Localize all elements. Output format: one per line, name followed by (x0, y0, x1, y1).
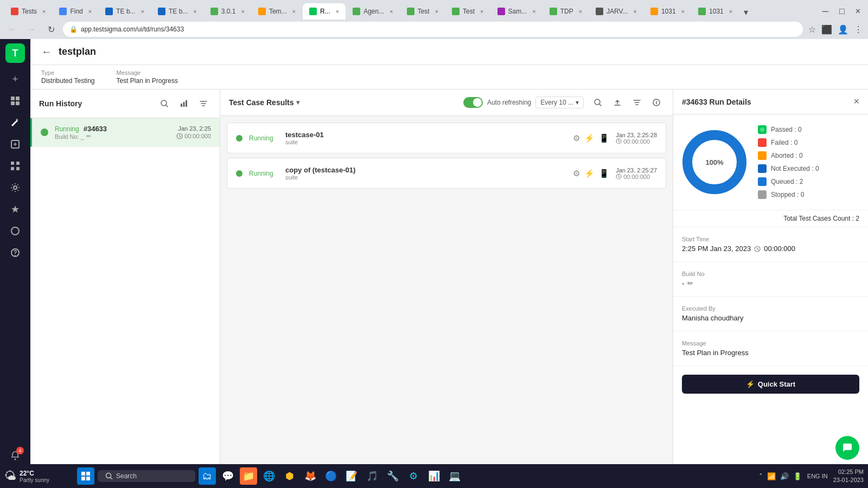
svg-rect-15 (181, 104, 182, 107)
sidebar-dashboard[interactable] (5, 91, 25, 111)
tab-tem[interactable]: Tem... × (252, 3, 302, 20)
edit-build-icon[interactable]: ✏ (86, 133, 91, 140)
tab-jarvis[interactable]: JARV... × (589, 3, 643, 20)
tab-1031b[interactable]: 1031 × (692, 3, 739, 20)
language-indicator[interactable]: ENG IN (807, 473, 828, 479)
sidebar-star[interactable] (5, 200, 25, 219)
sidebar-package[interactable] (5, 134, 25, 154)
run-history-chart-button[interactable] (176, 96, 192, 111)
run-item[interactable]: Running #34633 Build No: _ ✏ Jan 23, 2:2… (30, 118, 220, 147)
network-icon[interactable]: 📶 (767, 472, 776, 480)
sidebar-help[interactable] (5, 243, 25, 262)
chevron-up-icon[interactable]: ˄ (759, 472, 763, 480)
results-search-button[interactable] (590, 95, 605, 110)
tab-301[interactable]: 3.0.1 × (204, 3, 251, 20)
weather-description: Partly sunny (20, 477, 49, 483)
taskbar-app1[interactable]: 💬 (219, 467, 237, 485)
test-case-card[interactable]: Running copy of (testcase-01) suite ⚙ ⚡ … (227, 158, 666, 189)
tab-te2[interactable]: TE b... × (151, 3, 203, 20)
quick-start-button[interactable]: ⚡ Quick Start (682, 375, 859, 394)
tc-settings-icon[interactable]: ⚙ (573, 133, 580, 143)
reload-button[interactable]: ↻ (43, 22, 59, 37)
tab-te1[interactable]: TE b... × (99, 3, 151, 20)
svg-rect-30 (86, 477, 90, 480)
url-bar[interactable]: 🔒 app.testsigma.com/ui/td/runs/34633 (63, 22, 803, 37)
taskbar-app11[interactable]: 📊 (425, 467, 443, 485)
tab-tdp[interactable]: TDP × (543, 3, 589, 20)
tab-1031a[interactable]: 1031 × (644, 3, 691, 20)
donut-percent-label: 100% (705, 158, 723, 166)
results-upload-button[interactable] (610, 95, 625, 110)
taskbar-app3[interactable]: 🌐 (260, 467, 278, 485)
run-history-filter-button[interactable] (196, 96, 211, 111)
svg-point-13 (15, 459, 16, 460)
queued-icon (758, 177, 767, 186)
tc-pin-icon[interactable]: ⚡ (584, 169, 595, 178)
taskbar-app9[interactable]: 🔧 (384, 467, 401, 485)
sidebar-grid[interactable] (5, 156, 25, 176)
tab-agent[interactable]: Agen... × (346, 3, 399, 20)
sidebar-edit[interactable] (5, 113, 25, 132)
battery-icon[interactable]: 🔋 (793, 472, 802, 480)
results-title[interactable]: Test Case Results ▾ (229, 98, 299, 107)
back-button[interactable]: ← (41, 46, 52, 58)
minimize-button[interactable]: ─ (819, 5, 832, 17)
taskbar-app10[interactable]: ⚙ (405, 467, 422, 485)
taskbar-app6[interactable]: 🔵 (322, 467, 340, 485)
build-no-value: - (682, 279, 684, 287)
back-nav-button[interactable]: ← (4, 22, 20, 37)
maximize-button[interactable]: □ (836, 5, 848, 17)
taskbar-app2[interactable]: 📁 (240, 467, 257, 485)
test-case-card[interactable]: Running testcase-01 suite ⚙ ⚡ 📱 J (227, 123, 666, 153)
tab-active[interactable]: R... × (303, 3, 346, 20)
forward-nav-button[interactable]: → (24, 22, 39, 37)
tab-more[interactable]: ▾ (739, 5, 752, 20)
chat-button[interactable] (835, 436, 859, 460)
run-history-search-button[interactable] (157, 96, 172, 111)
build-edit-icon[interactable]: ✏ (687, 279, 693, 287)
volume-icon[interactable]: 🔊 (780, 472, 789, 480)
svg-point-25 (760, 127, 764, 132)
interval-chevron-icon: ▾ (576, 99, 579, 106)
tab-test1[interactable]: Test × (400, 3, 445, 20)
tab-gmail[interactable]: Tests × (4, 3, 52, 20)
taskbar-app5[interactable]: 🦊 (302, 467, 319, 485)
clock-icon (754, 246, 761, 252)
sidebar-settings[interactable] (5, 178, 25, 197)
tab-find[interactable]: Find × (53, 3, 98, 20)
taskbar-search-bar[interactable]: Search (98, 470, 195, 482)
tab-sam[interactable]: Sam... × (491, 3, 542, 20)
auto-refresh-control: Auto refreshing Every 10 ... ▾ (463, 97, 584, 108)
auto-refresh-toggle[interactable] (463, 97, 483, 108)
failed-icon (758, 138, 767, 147)
lock-icon: 🔒 (69, 25, 78, 33)
notification-badge: 4 (16, 447, 24, 454)
taskbar-app7[interactable]: 📝 (343, 467, 360, 485)
stat-failed: Failed : 0 (758, 138, 859, 147)
close-button[interactable]: × (852, 5, 864, 17)
profile-icon[interactable]: 👤 (837, 23, 850, 36)
stat-stopped: Stopped : 0 (758, 190, 859, 199)
bookmark-icon[interactable]: ☆ (807, 23, 817, 36)
tc-pin-icon[interactable]: ⚡ (584, 133, 595, 143)
results-filter-button[interactable] (629, 95, 644, 110)
details-close-button[interactable]: × (853, 96, 859, 107)
tc-settings-icon[interactable]: ⚙ (573, 169, 580, 178)
taskbar-app8[interactable]: 🎵 (363, 467, 381, 485)
start-button[interactable] (77, 467, 94, 485)
taskbar-app4[interactable]: ⬢ (281, 467, 298, 485)
sidebar-notifications[interactable]: 4 (5, 446, 25, 465)
tab-test2[interactable]: Test × (445, 3, 490, 20)
extension-icon[interactable]: ⬛ (820, 23, 833, 36)
svg-rect-16 (183, 102, 185, 107)
sidebar-circle[interactable] (5, 221, 25, 241)
results-info-button[interactable] (649, 95, 664, 110)
sidebar-add[interactable]: + (5, 69, 25, 89)
taskbar-explorer[interactable]: 🗂 (199, 467, 216, 485)
menu-icon[interactable]: ⋮ (853, 23, 864, 36)
taskbar-app12[interactable]: 💻 (446, 467, 463, 485)
tc-device-icon[interactable]: 📱 (599, 169, 609, 178)
tc-device-icon[interactable]: 📱 (599, 133, 609, 143)
refresh-interval-select[interactable]: Every 10 ... ▾ (535, 97, 584, 108)
tc-actions: ⚙ ⚡ 📱 (573, 169, 609, 178)
